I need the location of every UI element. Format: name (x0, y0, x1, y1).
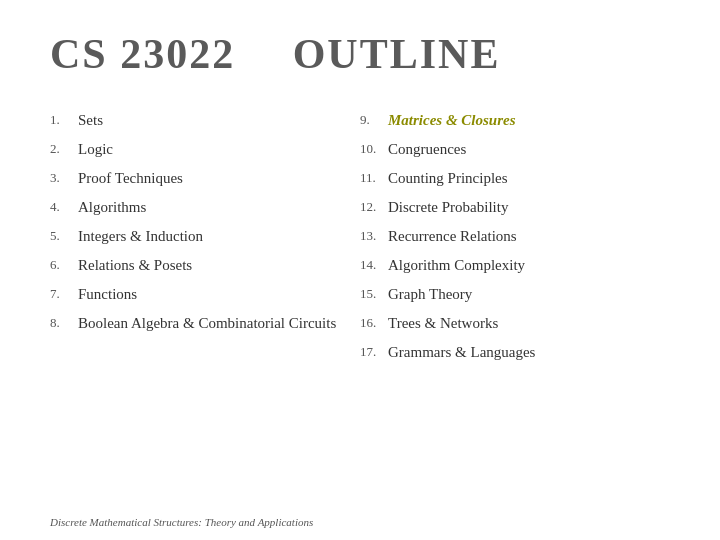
list-item: 15.Graph Theory (360, 280, 670, 309)
list-item: 14.Algorithm Complexity (360, 251, 670, 280)
item-number: 9. (360, 110, 388, 129)
list-item: 4.Algorithms (50, 193, 360, 222)
list-item: 16.Trees & Networks (360, 309, 670, 338)
item-text: Proof Techniques (78, 168, 183, 189)
item-text: Graph Theory (388, 284, 472, 305)
item-text: Congruences (388, 139, 466, 160)
list-item: 10.Congruences (360, 135, 670, 164)
item-number: 10. (360, 139, 388, 158)
footer-text: Discrete Mathematical Structures: Theory… (50, 516, 313, 528)
item-text: Algorithms (78, 197, 146, 218)
item-number: 4. (50, 197, 78, 216)
item-number: 14. (360, 255, 388, 274)
list-item: 13.Recurrence Relations (360, 222, 670, 251)
item-number: 3. (50, 168, 78, 187)
item-text: Sets (78, 110, 103, 131)
item-text: Trees & Networks (388, 313, 498, 334)
title-cs: CS 23022 (50, 31, 235, 77)
list-item: 8.Boolean Algebra & Combinatorial Circui… (50, 309, 360, 338)
item-text: Recurrence Relations (388, 226, 517, 247)
item-text: Boolean Algebra & Combinatorial Circuits (78, 313, 336, 334)
list-item: 5.Integers & Induction (50, 222, 360, 251)
list-item: 6.Relations & Posets (50, 251, 360, 280)
item-text: Discrete Probability (388, 197, 508, 218)
list-item: 11.Counting Principles (360, 164, 670, 193)
item-text: Matrices & Closures (388, 110, 516, 131)
item-number: 8. (50, 313, 78, 332)
item-text: Relations & Posets (78, 255, 192, 276)
item-number: 12. (360, 197, 388, 216)
item-number: 16. (360, 313, 388, 332)
item-text: Logic (78, 139, 113, 160)
list-item: 2.Logic (50, 135, 360, 164)
list-item: 7.Functions (50, 280, 360, 309)
item-number: 15. (360, 284, 388, 303)
item-number: 11. (360, 168, 388, 187)
item-number: 2. (50, 139, 78, 158)
item-text: Grammars & Languages (388, 342, 535, 363)
page-container: CS 23022 OUTLINE 1.Sets2.Logic3.Proof Te… (0, 0, 720, 540)
item-number: 1. (50, 110, 78, 129)
title-outline: OUTLINE (268, 31, 501, 77)
page-title: CS 23022 OUTLINE (50, 30, 670, 78)
list-item: 1.Sets (50, 106, 360, 135)
list-item: 12.Discrete Probability (360, 193, 670, 222)
list-item: 9.Matrices & Closures (360, 106, 670, 135)
item-number: 13. (360, 226, 388, 245)
item-number: 5. (50, 226, 78, 245)
item-number: 7. (50, 284, 78, 303)
item-text: Integers & Induction (78, 226, 203, 247)
right-column: 9.Matrices & Closures10.Congruences11.Co… (360, 106, 670, 520)
list-item: 3.Proof Techniques (50, 164, 360, 193)
item-text: Algorithm Complexity (388, 255, 525, 276)
item-text: Functions (78, 284, 137, 305)
content-grid: 1.Sets2.Logic3.Proof Techniques4.Algorit… (50, 106, 670, 520)
item-number: 17. (360, 342, 388, 361)
item-text: Counting Principles (388, 168, 508, 189)
item-number: 6. (50, 255, 78, 274)
left-column: 1.Sets2.Logic3.Proof Techniques4.Algorit… (50, 106, 360, 520)
list-item: 17.Grammars & Languages (360, 338, 670, 367)
